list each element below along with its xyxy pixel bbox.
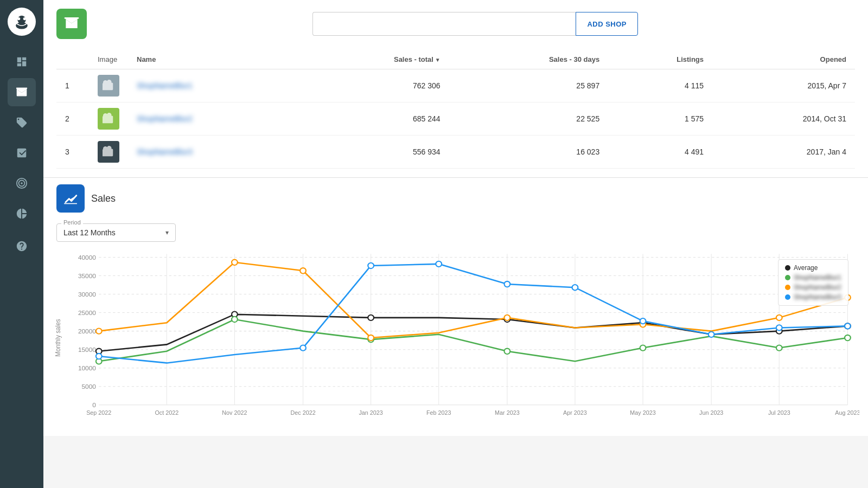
svg-point-76 xyxy=(368,263,374,268)
table-row[interactable]: 1 ShopNameBlur1 762 306 25 897 4 115 201… xyxy=(56,69,855,102)
svg-text:Apr 2023: Apr 2023 xyxy=(563,410,587,416)
legend-dot-average xyxy=(785,265,790,271)
row-sales-30: 22 525 xyxy=(449,102,609,136)
add-shop-button[interactable]: ADD SHOP xyxy=(576,12,638,36)
sidebar-item-dashboard[interactable] xyxy=(8,48,36,76)
sales-icon-button[interactable] xyxy=(56,184,85,213)
svg-text:Dec 2022: Dec 2022 xyxy=(290,410,315,416)
shop-thumbnail-image xyxy=(98,141,119,163)
col-header-listings: Listings xyxy=(608,50,712,69)
legend-label-shop3: ShopNameBlur3 xyxy=(794,293,841,301)
main-content: ADD SHOP Image Name Sales - total Sales … xyxy=(43,0,868,488)
svg-point-80 xyxy=(640,318,646,324)
period-label: Period xyxy=(61,219,83,226)
row-shop-name[interactable]: ShopNameBlur1 xyxy=(128,69,299,102)
table-row[interactable]: 2 ShopNameBlur2 685 244 22 525 1 575 201… xyxy=(56,102,855,136)
svg-point-68 xyxy=(300,268,306,273)
svg-point-7 xyxy=(21,182,23,184)
shop-name-text: ShopNameBlur3 xyxy=(137,147,193,156)
svg-point-78 xyxy=(504,281,510,287)
legend-item-shop2: ShopNameBlur2 xyxy=(785,284,841,291)
search-input[interactable] xyxy=(312,12,576,36)
sales-title: Sales xyxy=(91,193,116,204)
period-dropdown-arrow: ▾ xyxy=(165,229,169,236)
sales-header: Sales xyxy=(43,178,868,219)
sidebar-item-shops[interactable] xyxy=(8,78,36,106)
svg-point-64 xyxy=(776,345,782,350)
svg-rect-8 xyxy=(65,17,79,19)
sidebar-item-help[interactable] xyxy=(8,232,36,260)
row-shop-name[interactable]: ShopNameBlur3 xyxy=(128,136,299,169)
period-section: Period Last 12 Months ▾ xyxy=(43,219,868,248)
col-header-image-label: Image xyxy=(89,50,128,69)
svg-text:Sep 2022: Sep 2022 xyxy=(86,410,111,416)
row-shop-name[interactable]: ShopNameBlur2 xyxy=(128,102,299,136)
period-value: Last 12 Months xyxy=(63,228,116,237)
svg-text:Aug 2023: Aug 2023 xyxy=(835,410,859,416)
svg-text:15000: 15000 xyxy=(78,346,96,353)
legend-label-shop2: ShopNameBlur2 xyxy=(794,284,841,291)
shop-name-text: ShopNameBlur2 xyxy=(137,114,193,123)
row-thumbnail xyxy=(89,69,128,102)
legend-item-shop3: ShopNameBlur3 xyxy=(785,293,841,301)
row-sales-30: 25 897 xyxy=(449,69,609,102)
row-thumbnail xyxy=(89,102,128,136)
shop-thumbnail-image xyxy=(98,108,119,130)
legend-item-average: Average xyxy=(785,264,841,272)
period-selector[interactable]: Period Last 12 Months ▾ xyxy=(56,223,176,242)
app-logo xyxy=(0,0,43,43)
sales-chart: 0 5000 10000 15000 20000 25000 30000 350… xyxy=(52,248,859,427)
sidebar-nav xyxy=(0,43,43,269)
sidebar-item-targets[interactable] xyxy=(8,169,36,197)
table-header-row: Image Name Sales - total Sales - 30 days… xyxy=(56,50,855,69)
row-number: 1 xyxy=(56,69,89,102)
svg-point-75 xyxy=(300,345,306,350)
svg-point-63 xyxy=(640,345,646,350)
svg-point-83 xyxy=(845,323,851,329)
svg-point-69 xyxy=(368,335,374,341)
svg-text:10000: 10000 xyxy=(78,364,96,371)
row-opened: 2014, Oct 31 xyxy=(712,102,855,136)
legend-dot-shop3 xyxy=(785,294,790,300)
svg-point-82 xyxy=(776,325,782,330)
svg-point-72 xyxy=(776,315,782,320)
row-listings: 1 575 xyxy=(608,102,712,136)
svg-text:40000: 40000 xyxy=(78,254,96,261)
row-sales-total: 556 934 xyxy=(299,136,449,169)
header-row: ADD SHOP xyxy=(56,9,855,39)
shops-section: ADD SHOP Image Name Sales - total Sales … xyxy=(43,0,868,178)
svg-text:Mar 2023: Mar 2023 xyxy=(495,410,520,416)
chart-area: 0 5000 10000 15000 20000 25000 30000 350… xyxy=(43,248,868,436)
svg-text:Feb 2023: Feb 2023 xyxy=(426,410,451,416)
svg-text:Jul 2023: Jul 2023 xyxy=(768,410,790,416)
table-row[interactable]: 3 ShopNameBlur3 556 934 16 023 4 491 201… xyxy=(56,136,855,169)
row-listings: 4 115 xyxy=(608,69,712,102)
svg-point-79 xyxy=(572,285,578,290)
row-sales-total: 685 244 xyxy=(299,102,449,136)
svg-point-74 xyxy=(96,354,102,359)
chart-container: 0 5000 10000 15000 20000 25000 30000 350… xyxy=(52,248,859,427)
chart-legend: Average ShopNameBlur1 ShopNameBlur2 Shop… xyxy=(778,259,848,306)
col-header-sales-total[interactable]: Sales - total xyxy=(299,50,449,69)
logo-icon xyxy=(8,8,36,36)
sidebar-item-analytics[interactable] xyxy=(8,139,36,167)
sidebar-item-reports[interactable] xyxy=(8,200,36,228)
shop-thumbnail-image xyxy=(98,75,119,97)
svg-point-66 xyxy=(96,328,102,333)
legend-item-shop1: ShopNameBlur1 xyxy=(785,274,841,281)
shop-name-text: ShopNameBlur1 xyxy=(137,81,193,90)
svg-text:May 2023: May 2023 xyxy=(630,410,655,416)
svg-text:20000: 20000 xyxy=(78,328,96,335)
svg-point-65 xyxy=(845,335,851,341)
shop-icon-button[interactable] xyxy=(56,9,87,39)
row-sales-total: 762 306 xyxy=(299,69,449,102)
row-listings: 4 491 xyxy=(608,136,712,169)
legend-dot-shop1 xyxy=(785,275,790,280)
row-opened: 2015, Apr 7 xyxy=(712,69,855,102)
svg-point-54 xyxy=(368,315,374,320)
svg-text:30000: 30000 xyxy=(78,291,96,298)
svg-point-77 xyxy=(436,261,442,267)
svg-point-81 xyxy=(709,332,714,337)
sidebar-item-tags[interactable] xyxy=(8,108,36,137)
svg-text:0: 0 xyxy=(92,401,96,408)
